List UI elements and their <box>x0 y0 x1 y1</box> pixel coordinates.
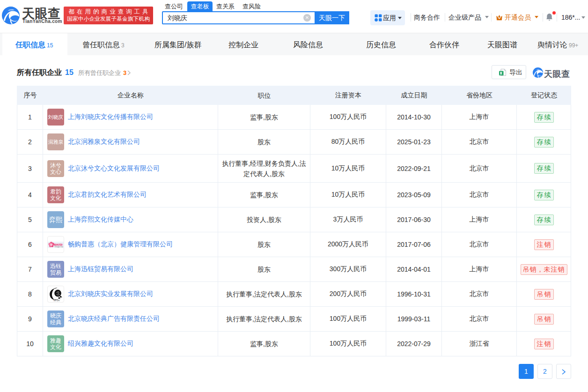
svg-text:Changgou Corp: Changgou Corp <box>55 246 64 248</box>
svg-text:畅购国际: 畅购国际 <box>54 243 63 246</box>
svg-text:XIAO QING: XIAO QING <box>53 300 60 302</box>
